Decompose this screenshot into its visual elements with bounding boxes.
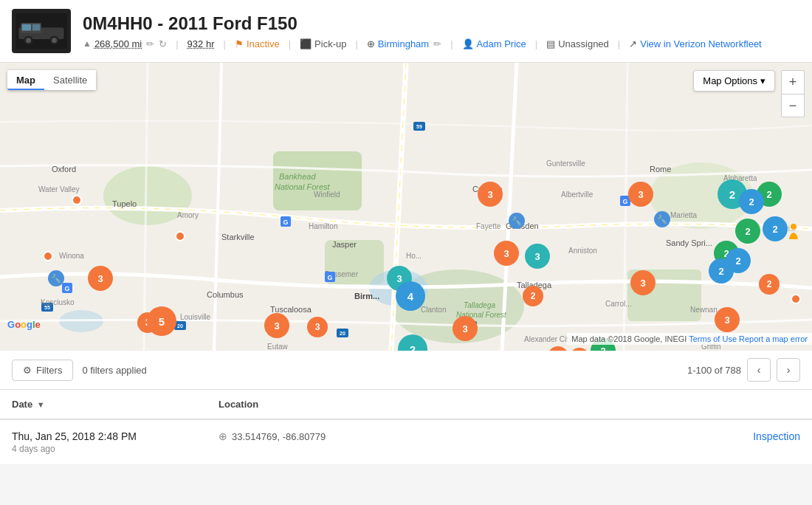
driver-link[interactable]: Adam Price [477, 38, 526, 49]
svg-text:Hamilton: Hamilton [309, 222, 337, 230]
coordinates-value: 33.514769, -86.80779 [232, 431, 326, 442]
zoom-in-button[interactable]: + [781, 70, 805, 94]
svg-point-8 [52, 38, 57, 43]
edit-mileage-icon[interactable]: ✏ [146, 38, 154, 49]
svg-point-6 [26, 38, 31, 43]
marker-blue-2-4[interactable]: 2 [709, 258, 734, 284]
col-header-date: Date ▼ [12, 399, 219, 410]
svg-point-86 [791, 224, 796, 230]
map-section: 55 20 20 65 59 Oxford Water Valley Winon… [0, 63, 812, 351]
marker-blue-2-2[interactable]: 2 [763, 216, 788, 241]
service-marker-4[interactable]: 🔧 [654, 211, 670, 227]
marker-green-2-3[interactable]: 2 [735, 219, 760, 244]
pin-orange-3[interactable] [175, 231, 185, 241]
location-link[interactable]: Birmingham [378, 38, 429, 49]
pin-orange-2[interactable] [72, 195, 82, 205]
marker-orange-3-3[interactable]: 3 [264, 313, 289, 338]
action-link[interactable]: Inspection [753, 430, 800, 442]
service-marker-1[interactable]: 🔧 [48, 270, 64, 286]
svg-text:Alexander City: Alexander City [524, 335, 572, 343]
edit-location-icon[interactable]: ✏ [433, 38, 441, 49]
svg-text:Louisville: Louisville [180, 313, 211, 321]
marker-orange-2-4[interactable]: 2 [523, 286, 543, 306]
location-icon: ⊕ [367, 38, 375, 49]
group-icon: ▤ [546, 38, 555, 49]
status-label: Inactive [247, 38, 280, 49]
terms-link[interactable]: Terms of Use [689, 334, 737, 343]
map-zoom-controls: + − [781, 70, 805, 117]
marker-blue-2-1[interactable]: 2 [739, 189, 764, 214]
filters-button[interactable]: ⚙ Filters [12, 360, 73, 381]
marker-orange-3-1[interactable]: 3 [88, 266, 113, 291]
svg-text:Winona: Winona [59, 252, 84, 260]
svg-rect-3 [22, 24, 31, 31]
svg-text:Albertville: Albertville [561, 190, 593, 199]
map-type-map-btn[interactable]: Map [7, 70, 44, 90]
pin-orange-8[interactable] [791, 294, 801, 304]
vehicle-title: 0M4HH0 - 2011 Ford F150 [83, 13, 800, 34]
svg-text:Jasper: Jasper [332, 240, 357, 249]
mileage-value: 268,500 mi [94, 38, 142, 49]
vehicle-thumbnail [12, 9, 71, 53]
pin-orange-1[interactable] [43, 251, 53, 261]
date-sort-icon[interactable]: ▼ [37, 400, 45, 409]
data-table: Date ▼ Location Thu, Jan 25, 2018 2:48 P… [0, 390, 812, 465]
google-logo: Google [7, 319, 41, 330]
marker-orange-3-8[interactable]: 3 [630, 270, 656, 295]
svg-text:Marietta: Marietta [670, 211, 698, 219]
streetview-icon[interactable] [785, 223, 802, 239]
filters-label: Filters [36, 365, 62, 376]
vehicle-header: 0M4HH0 - 2011 Ford F150 ▲ 268,500 mi ✏ ↻… [0, 0, 812, 63]
marker-orange-3-9[interactable]: 3 [715, 307, 740, 332]
marker-teal-3-2[interactable]: 3 [525, 244, 550, 269]
marker-orange-3-7[interactable]: 3 [628, 182, 653, 207]
vehicle-info: 0M4HH0 - 2011 Ford F150 ▲ 268,500 mi ✏ ↻… [83, 13, 800, 49]
marker-orange-sm-2[interactable]: 2 [759, 274, 780, 295]
type-icon: ⬛ [300, 38, 312, 49]
svg-text:20: 20 [177, 323, 183, 329]
next-page-button[interactable]: › [777, 358, 800, 382]
map-type-satellite-btn[interactable]: Satellite [44, 70, 96, 90]
external-link[interactable]: View in Verizon Networkfleet [640, 38, 762, 49]
svg-text:Winfield: Winfield [314, 190, 340, 199]
service-marker-2[interactable]: 🔧 [509, 213, 525, 229]
mileage-icon: ▲ [83, 38, 92, 49]
svg-text:Talladega: Talladega [464, 301, 495, 309]
marker-blue-4[interactable]: 4 [396, 281, 425, 311]
table-header: Date ▼ Location [0, 390, 812, 420]
table-row: Thu, Jan 25, 2018 2:48 PM 4 days ago ⊕ 3… [0, 420, 812, 465]
external-link-item: ↗ View in Verizon Networkfleet [629, 38, 762, 49]
refresh-mileage-icon[interactable]: ↻ [159, 38, 167, 49]
svg-text:Bankhead: Bankhead [279, 172, 316, 181]
hours-item: 932 hr [187, 38, 215, 49]
marker-orange-3-4[interactable]: 3 [453, 316, 478, 341]
main-date: Thu, Jan 25, 2018 2:48 PM [12, 430, 219, 442]
external-icon: ↗ [629, 38, 637, 49]
marker-orange-5[interactable]: 5 [147, 306, 176, 336]
svg-text:Fayette: Fayette [476, 222, 501, 230]
svg-text:Kosciusko: Kosciusko [41, 298, 75, 306]
marker-orange-sm-1[interactable]: 3 [307, 317, 328, 337]
zoom-out-button[interactable]: − [781, 94, 805, 117]
group-label: Unassigned [558, 38, 609, 49]
hours-value: 932 hr [187, 38, 215, 49]
map-options-button[interactable]: Map Options ▾ [693, 70, 775, 92]
svg-text:Starkville: Starkville [221, 233, 255, 241]
marker-orange-3-6[interactable]: 3 [494, 241, 519, 266]
svg-text:Ho...: Ho... [406, 252, 422, 260]
pagination-range: 1-100 of 788 [687, 365, 741, 376]
svg-text:Rome: Rome [650, 165, 671, 174]
marker-orange-3-5[interactable]: 3 [478, 182, 503, 207]
svg-text:G: G [622, 198, 627, 205]
report-link[interactable]: Report a map error [739, 334, 808, 343]
svg-text:Guntersville: Guntersville [546, 159, 585, 168]
filters-icon: ⚙ [23, 365, 32, 376]
cell-action: Inspection [653, 430, 800, 442]
svg-text:National Forest: National Forest [275, 182, 331, 191]
cell-location: ⊕ 33.514769, -86.80779 [219, 430, 653, 442]
prev-page-button[interactable]: ‹ [747, 358, 771, 382]
filters-applied-text: 0 filters applied [82, 365, 146, 376]
type-item: ⬛ Pick-up [300, 38, 346, 49]
mileage-item: ▲ 268,500 mi ✏ ↻ [83, 38, 167, 49]
svg-text:Water Valley: Water Valley [38, 185, 80, 193]
